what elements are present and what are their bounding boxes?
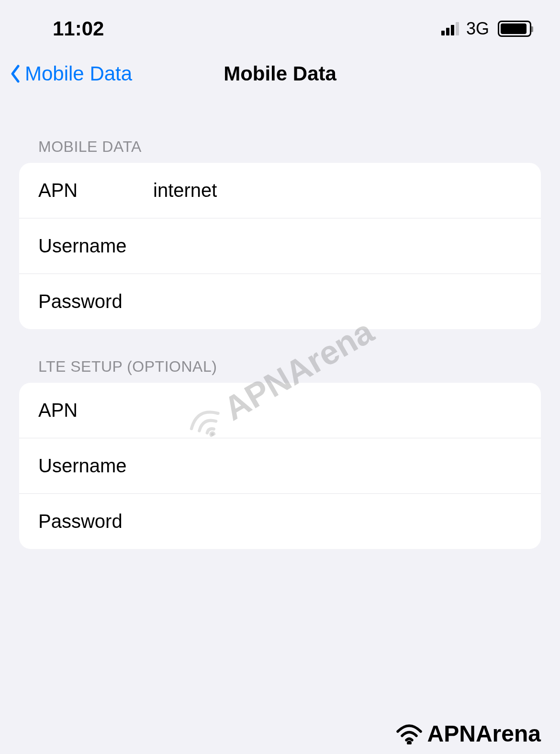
content: MOBILE DATA APN Username Password LTE SE… [0,109,560,549]
brand-logo: APNArena [395,720,541,747]
row-lte-password[interactable]: Password [19,494,541,549]
lte-apn-input[interactable] [153,400,522,421]
section-group-lte: APN Username Password [19,383,541,549]
row-label-username: Username [38,235,153,257]
signal-bars-icon [441,22,459,35]
battery-icon [498,21,531,37]
brand-text: APNArena [427,720,541,747]
page-title: Mobile Data [224,62,336,85]
status-right: 3G [441,19,531,39]
apn-input[interactable] [153,180,522,201]
username-input[interactable] [153,235,522,257]
row-username[interactable]: Username [19,218,541,274]
row-apn[interactable]: APN [19,163,541,218]
row-label-apn: APN [38,180,153,201]
nav-bar: Mobile Data Mobile Data [0,48,560,109]
chevron-left-icon [10,64,21,83]
row-lte-username[interactable]: Username [19,438,541,494]
section-group-mobile-data: APN Username Password [19,163,541,329]
lte-username-input[interactable] [153,455,522,477]
status-time: 11:02 [53,17,104,40]
status-bar: 11:02 3G [0,0,560,48]
row-lte-apn[interactable]: APN [19,383,541,438]
lte-password-input[interactable] [153,511,522,532]
back-label: Mobile Data [25,62,132,85]
section-header-mobile-data: MOBILE DATA [19,109,541,163]
svg-point-1 [408,742,410,744]
network-type: 3G [466,19,489,39]
row-label-lte-username: Username [38,455,153,477]
back-button[interactable]: Mobile Data [10,62,132,85]
password-input[interactable] [153,291,522,312]
row-label-lte-password: Password [38,511,153,532]
row-label-password: Password [38,291,153,312]
row-label-lte-apn: APN [38,400,153,421]
row-password[interactable]: Password [19,274,541,329]
section-header-lte: LTE SETUP (OPTIONAL) [19,329,541,383]
wifi-icon [395,723,424,744]
